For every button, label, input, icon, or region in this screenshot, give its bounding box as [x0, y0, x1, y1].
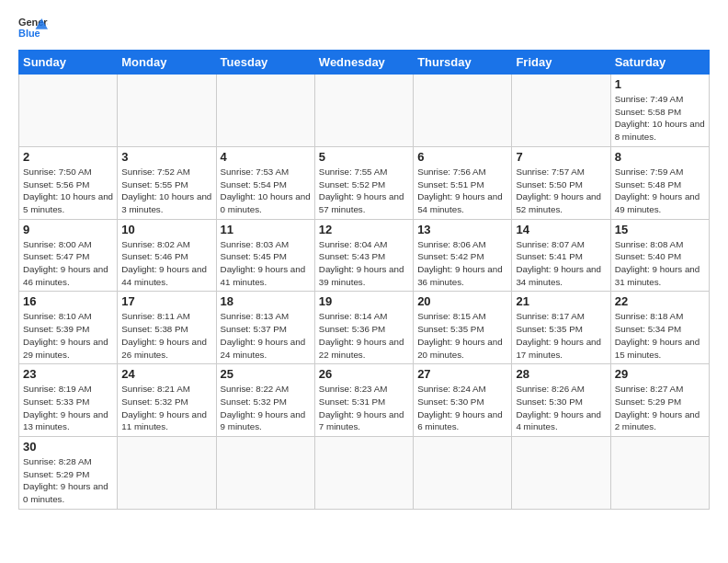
day-number: 20: [417, 294, 507, 308]
calendar-day-17: 17Sunrise: 8:11 AM Sunset: 5:38 PM Dayli…: [118, 292, 216, 364]
calendar-week-row: 30Sunrise: 8:28 AM Sunset: 5:29 PM Dayli…: [19, 437, 710, 510]
day-info: Sunrise: 7:50 AM Sunset: 5:56 PM Dayligh…: [23, 166, 113, 216]
day-info: Sunrise: 8:13 AM Sunset: 5:37 PM Dayligh…: [221, 310, 311, 361]
calendar-day-25: 25Sunrise: 8:22 AM Sunset: 5:32 PM Dayli…: [216, 364, 314, 437]
calendar-empty-cell: [216, 75, 314, 147]
calendar-day-6: 6Sunrise: 7:56 AM Sunset: 5:51 PM Daylig…: [414, 146, 512, 219]
day-number: 5: [319, 150, 409, 164]
day-number: 22: [615, 294, 705, 308]
col-header-friday: Friday: [512, 51, 610, 75]
day-info: Sunrise: 7:53 AM Sunset: 5:54 PM Dayligh…: [221, 166, 311, 216]
day-number: 24: [121, 367, 211, 381]
calendar-day-3: 3Sunrise: 7:52 AM Sunset: 5:55 PM Daylig…: [118, 146, 216, 219]
header: General Blue: [18, 15, 710, 40]
day-info: Sunrise: 8:14 AM Sunset: 5:36 PM Dayligh…: [319, 310, 409, 361]
day-info: Sunrise: 8:26 AM Sunset: 5:30 PM Dayligh…: [516, 383, 606, 433]
day-info: Sunrise: 8:15 AM Sunset: 5:35 PM Dayligh…: [417, 310, 507, 361]
page: General Blue SundayMondayTuesdayWednesda…: [0, 0, 728, 519]
day-info: Sunrise: 8:07 AM Sunset: 5:41 PM Dayligh…: [516, 238, 606, 289]
calendar-week-row: 1Sunrise: 7:49 AM Sunset: 5:58 PM Daylig…: [19, 75, 710, 147]
calendar-day-29: 29Sunrise: 8:27 AM Sunset: 5:29 PM Dayli…: [610, 364, 709, 437]
day-info: Sunrise: 8:06 AM Sunset: 5:42 PM Dayligh…: [417, 238, 507, 289]
col-header-sunday: Sunday: [19, 51, 118, 75]
calendar-week-row: 2Sunrise: 7:50 AM Sunset: 5:56 PM Daylig…: [19, 146, 710, 219]
day-number: 13: [417, 223, 507, 236]
calendar-empty-cell: [216, 437, 314, 510]
day-info: Sunrise: 8:19 AM Sunset: 5:33 PM Dayligh…: [23, 383, 113, 433]
calendar-day-18: 18Sunrise: 8:13 AM Sunset: 5:37 PM Dayli…: [216, 292, 314, 364]
calendar-day-26: 26Sunrise: 8:23 AM Sunset: 5:31 PM Dayli…: [314, 364, 413, 437]
day-number: 11: [221, 223, 311, 236]
day-info: Sunrise: 7:55 AM Sunset: 5:52 PM Dayligh…: [319, 166, 409, 216]
day-number: 6: [417, 150, 507, 164]
calendar-day-13: 13Sunrise: 8:06 AM Sunset: 5:42 PM Dayli…: [414, 219, 512, 292]
day-info: Sunrise: 8:21 AM Sunset: 5:32 PM Dayligh…: [121, 383, 211, 433]
day-number: 15: [615, 223, 705, 236]
calendar-day-12: 12Sunrise: 8:04 AM Sunset: 5:43 PM Dayli…: [314, 219, 413, 292]
day-info: Sunrise: 8:04 AM Sunset: 5:43 PM Dayligh…: [319, 238, 409, 289]
day-number: 25: [221, 367, 311, 381]
col-header-tuesday: Tuesday: [216, 51, 314, 75]
calendar-empty-cell: [314, 75, 413, 147]
calendar-day-5: 5Sunrise: 7:55 AM Sunset: 5:52 PM Daylig…: [314, 146, 413, 219]
day-number: 9: [23, 223, 113, 236]
calendar-day-1: 1Sunrise: 7:49 AM Sunset: 5:58 PM Daylig…: [610, 75, 709, 147]
calendar-day-30: 30Sunrise: 8:28 AM Sunset: 5:29 PM Dayli…: [19, 437, 118, 510]
day-info: Sunrise: 8:18 AM Sunset: 5:34 PM Dayligh…: [615, 310, 705, 361]
col-header-monday: Monday: [118, 51, 216, 75]
calendar-empty-cell: [19, 75, 118, 147]
calendar-day-15: 15Sunrise: 8:08 AM Sunset: 5:40 PM Dayli…: [610, 219, 709, 292]
day-info: Sunrise: 7:57 AM Sunset: 5:50 PM Dayligh…: [516, 166, 606, 216]
calendar-day-14: 14Sunrise: 8:07 AM Sunset: 5:41 PM Dayli…: [512, 219, 610, 292]
col-header-wednesday: Wednesday: [314, 51, 413, 75]
calendar-empty-cell: [512, 437, 610, 510]
generalblue-logo-icon: General Blue: [18, 15, 48, 40]
calendar-empty-cell: [118, 437, 216, 510]
calendar-day-7: 7Sunrise: 7:57 AM Sunset: 5:50 PM Daylig…: [512, 146, 610, 219]
calendar-week-row: 9Sunrise: 8:00 AM Sunset: 5:47 PM Daylig…: [19, 219, 710, 292]
day-number: 1: [615, 77, 705, 91]
calendar-empty-cell: [414, 437, 512, 510]
day-number: 7: [516, 150, 606, 164]
day-number: 14: [516, 223, 606, 236]
day-info: Sunrise: 8:02 AM Sunset: 5:46 PM Dayligh…: [121, 238, 211, 289]
calendar-week-row: 23Sunrise: 8:19 AM Sunset: 5:33 PM Dayli…: [19, 364, 710, 437]
calendar-day-9: 9Sunrise: 8:00 AM Sunset: 5:47 PM Daylig…: [19, 219, 118, 292]
calendar-day-8: 8Sunrise: 7:59 AM Sunset: 5:48 PM Daylig…: [610, 146, 709, 219]
day-number: 2: [23, 150, 113, 164]
day-info: Sunrise: 8:17 AM Sunset: 5:35 PM Dayligh…: [516, 310, 606, 361]
calendar-table: SundayMondayTuesdayWednesdayThursdayFrid…: [18, 50, 710, 510]
col-header-thursday: Thursday: [414, 51, 512, 75]
day-number: 17: [121, 294, 211, 308]
day-info: Sunrise: 7:56 AM Sunset: 5:51 PM Dayligh…: [417, 166, 507, 216]
day-info: Sunrise: 7:59 AM Sunset: 5:48 PM Dayligh…: [615, 166, 705, 216]
calendar-empty-cell: [610, 437, 709, 510]
calendar-day-19: 19Sunrise: 8:14 AM Sunset: 5:36 PM Dayli…: [314, 292, 413, 364]
calendar-day-10: 10Sunrise: 8:02 AM Sunset: 5:46 PM Dayli…: [118, 219, 216, 292]
calendar-empty-cell: [414, 75, 512, 147]
day-number: 4: [221, 150, 311, 164]
day-info: Sunrise: 8:00 AM Sunset: 5:47 PM Dayligh…: [23, 238, 113, 289]
day-number: 19: [319, 294, 409, 308]
day-number: 30: [23, 440, 113, 454]
day-info: Sunrise: 8:08 AM Sunset: 5:40 PM Dayligh…: [615, 238, 705, 289]
calendar-day-2: 2Sunrise: 7:50 AM Sunset: 5:56 PM Daylig…: [19, 146, 118, 219]
calendar-day-16: 16Sunrise: 8:10 AM Sunset: 5:39 PM Dayli…: [19, 292, 118, 364]
day-info: Sunrise: 8:22 AM Sunset: 5:32 PM Dayligh…: [221, 383, 311, 433]
col-header-saturday: Saturday: [610, 51, 709, 75]
svg-text:Blue: Blue: [18, 28, 40, 39]
calendar-empty-cell: [118, 75, 216, 147]
day-number: 23: [23, 367, 113, 381]
day-number: 12: [319, 223, 409, 236]
calendar-day-20: 20Sunrise: 8:15 AM Sunset: 5:35 PM Dayli…: [414, 292, 512, 364]
day-info: Sunrise: 8:24 AM Sunset: 5:30 PM Dayligh…: [417, 383, 507, 433]
day-info: Sunrise: 8:27 AM Sunset: 5:29 PM Dayligh…: [615, 383, 705, 433]
day-number: 21: [516, 294, 606, 308]
day-info: Sunrise: 7:52 AM Sunset: 5:55 PM Dayligh…: [121, 166, 211, 216]
logo: General Blue: [18, 15, 48, 40]
calendar-day-23: 23Sunrise: 8:19 AM Sunset: 5:33 PM Dayli…: [19, 364, 118, 437]
day-info: Sunrise: 8:11 AM Sunset: 5:38 PM Dayligh…: [121, 310, 211, 361]
calendar-day-21: 21Sunrise: 8:17 AM Sunset: 5:35 PM Dayli…: [512, 292, 610, 364]
day-number: 8: [615, 150, 705, 164]
day-info: Sunrise: 8:23 AM Sunset: 5:31 PM Dayligh…: [319, 383, 409, 433]
